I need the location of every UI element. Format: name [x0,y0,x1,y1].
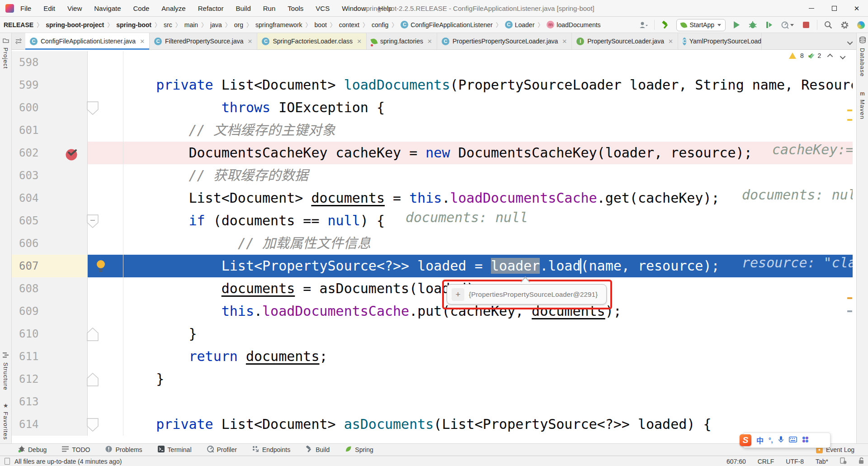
error-stripe-mark[interactable] [847,119,852,121]
code-line-604[interactable]: 604 List<Document> documents = this.load… [12,187,853,209]
structure-tool-icon[interactable] [3,352,9,360]
menu-item-code[interactable]: Code [133,5,149,12]
gutter-icon-area[interactable] [88,164,123,187]
menu-item-edit[interactable]: Edit [43,5,55,12]
menu-item-run[interactable]: Run [263,5,276,12]
gutter-icon-area[interactable] [88,300,123,323]
menu-item-tools[interactable]: Tools [288,5,303,12]
run-button[interactable] [731,19,742,30]
gutter-icon-area[interactable] [88,277,123,300]
gutter-icon-area[interactable] [88,187,123,209]
sogou-logo-icon[interactable]: S [740,434,751,446]
gutter-icon-area[interactable] [88,209,123,232]
breadcrumb-item[interactable]: mloadDocuments [547,21,600,29]
maven-shield-icon[interactable]: m [860,90,865,97]
error-stripe-mark[interactable] [847,109,852,111]
tool-window-button-profiler[interactable]: Profiler [207,446,237,454]
code-line-613[interactable]: 613 [12,390,853,413]
run-with-coverage-button[interactable] [764,19,774,30]
prev-warning-icon[interactable] [827,53,833,59]
stop-button[interactable] [801,19,811,30]
breadcrumb-item[interactable]: CConfigFileApplicationListener [401,21,492,29]
breadcrumb-item[interactable]: boot [315,21,327,29]
gutter-icon-area[interactable] [88,119,123,142]
gradient-plugin-icon[interactable] [855,19,866,30]
code-line-602[interactable]: 602 DocumentsCacheKey cacheKey = new Doc… [12,142,853,164]
caret-position[interactable]: 607:60 [726,458,746,465]
fold-marker-icon[interactable] [87,101,99,117]
breadcrumb-item[interactable]: RELEASE [4,21,33,29]
lock-icon[interactable] [859,457,864,466]
menu-item-build[interactable]: Build [236,5,250,12]
profiler-button[interactable] [780,19,795,30]
gutter-icon-area[interactable] [88,255,123,277]
gutter-icon-area[interactable] [88,51,123,74]
fold-marker-icon[interactable] [87,214,99,230]
close-tab-icon[interactable]: ✕ [248,38,253,45]
tab-ConfigFileApplicationListener.java[interactable]: CConfigFileApplicationListener.java✕ [25,33,150,49]
file-encoding[interactable]: UTF-8 [786,458,804,465]
gutter-icon-area[interactable] [88,368,123,390]
menu-item-view[interactable]: View [67,5,82,12]
sidebar-item-database[interactable]: Database [859,48,866,77]
error-stripe-mark[interactable] [847,310,852,312]
sidebar-item-structure[interactable]: Structure [2,362,9,390]
code-line-601[interactable]: 601 // 文档缓存的主键对象 [12,119,853,142]
keyboard-icon[interactable] [789,436,797,444]
inspections-profile-icon[interactable] [840,457,847,466]
gutter-icon-area[interactable] [88,390,123,413]
breadcrumb-item[interactable]: main [184,21,198,29]
microphone-icon[interactable] [778,436,784,445]
gutter-icon-area[interactable] [88,74,123,96]
settings-button[interactable] [839,19,850,30]
build-hammer-icon[interactable] [660,19,671,30]
menu-item-navigate[interactable]: Navigate [94,5,121,12]
tool-window-button-todo[interactable]: TODO [62,446,90,453]
breadcrumb-item[interactable]: config [372,21,388,29]
breadcrumb-item[interactable]: CLoader [505,21,535,29]
ime-punctuation-toggle[interactable]: °, [769,437,773,444]
gutter-icon-area[interactable] [88,96,123,119]
gutter-icon-area[interactable] [88,232,123,255]
favorites-star-icon[interactable]: ★ [3,402,9,409]
user-account-icon[interactable] [638,19,649,30]
expand-plus-icon[interactable]: + [452,288,464,301]
breadcrumb-item[interactable]: org [234,21,243,29]
close-tab-icon[interactable]: ✕ [427,38,432,45]
tool-window-button-problems[interactable]: Problems [105,446,142,454]
code-line-598[interactable]: 598 [12,51,853,74]
breakpoint-verified-icon[interactable] [65,146,78,159]
code-line-606[interactable]: 606 // 加载属性文件信息 [12,232,853,255]
breadcrumb-item[interactable]: spring-boot-project [46,21,104,29]
code-line-610[interactable]: 610 } [12,323,853,345]
code-editor[interactable]: 598599 private List<Document> loadDocume… [12,50,857,443]
code-line-607[interactable]: 607 List<PropertySource<?>> loaded = loa… [12,255,853,277]
gutter-icon-area[interactable] [88,413,123,436]
close-tab-icon[interactable]: ✕ [562,38,567,45]
tab-spring.factories[interactable]: spring.factories✕ [367,33,437,49]
breadcrumb-item[interactable]: java [210,21,222,29]
close-tab-icon[interactable]: ✕ [140,38,145,45]
tool-window-button-debug[interactable]: Debug [18,446,47,454]
breadcrumb-item[interactable]: context [339,21,359,29]
fold-marker-icon[interactable] [87,328,99,343]
gutter-icon-area[interactable] [88,345,123,368]
code-line-612[interactable]: 612 } [12,368,853,390]
code-line-599[interactable]: 599 private List<Document> loadDocuments… [12,74,853,96]
close-tab-icon[interactable]: ✕ [668,38,673,45]
intention-lightbulb-icon[interactable] [95,260,107,272]
gutter-icon-area[interactable] [88,323,123,345]
close-tab-icon[interactable]: ✕ [357,38,362,45]
search-everywhere-button[interactable] [823,19,834,30]
error-stripe-mark[interactable] [847,297,852,299]
breadcrumb-item[interactable]: springframework [255,21,302,29]
debug-button[interactable] [747,19,758,30]
menu-item-analyze[interactable]: Analyze [161,5,185,12]
fold-marker-icon[interactable] [87,373,99,388]
sidebar-item-project[interactable]: Project [2,48,9,69]
tab-scroll-icon[interactable] [12,33,25,49]
database-icon[interactable] [859,37,866,45]
code-line-609[interactable]: 609 this.loadDocumentsCache.put(cacheKey… [12,300,853,323]
breadcrumb-item[interactable]: spring-boot [116,21,151,29]
tool-window-button-build[interactable]: Build [306,446,330,454]
